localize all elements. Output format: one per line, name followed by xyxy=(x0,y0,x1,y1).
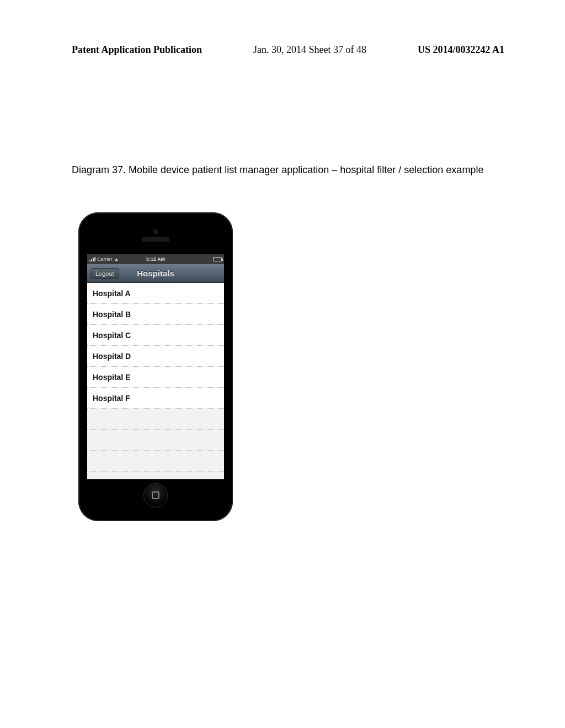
header-patent-number: US 2014/0032242 A1 xyxy=(418,44,504,56)
patent-page: Patent Application Publication Jan. 30, … xyxy=(0,0,565,521)
list-item[interactable]: Hospital B xyxy=(87,304,224,325)
hospital-name: Hospital A xyxy=(93,289,131,298)
hospital-name: Hospital B xyxy=(93,310,131,319)
hospital-name: Hospital C xyxy=(93,331,131,340)
hospital-name: Hospital D xyxy=(93,352,131,361)
figure-caption: Diagram 37. Mobile device patient list m… xyxy=(72,160,491,179)
logout-button[interactable]: Logout xyxy=(90,268,119,279)
home-button-area xyxy=(84,479,227,511)
status-time: 5:12 AM xyxy=(87,256,224,262)
home-button[interactable] xyxy=(143,483,168,507)
hospital-name: Hospital E xyxy=(93,373,130,382)
list-item[interactable]: Hospital F xyxy=(87,388,224,409)
status-bar: Carrier ▲ 5:12 AM xyxy=(87,254,224,264)
phone-top-hardware xyxy=(84,218,227,253)
phone-screen: Carrier ▲ 5:12 AM Logout Hospitals Hospi… xyxy=(87,254,224,479)
list-item-empty xyxy=(87,430,224,451)
page-header: Patent Application Publication Jan. 30, … xyxy=(72,44,504,56)
speaker-icon xyxy=(142,237,169,242)
home-square-icon xyxy=(152,491,159,499)
hospital-name: Hospital F xyxy=(93,394,130,403)
camera-icon xyxy=(153,229,158,234)
phone-frame: Carrier ▲ 5:12 AM Logout Hospitals Hospi… xyxy=(78,212,233,521)
list-item[interactable]: Hospital E xyxy=(87,367,224,388)
header-date-sheet: Jan. 30, 2014 Sheet 37 of 48 xyxy=(253,44,366,56)
list-item[interactable]: Hospital C xyxy=(87,325,224,346)
nav-bar: Logout Hospitals xyxy=(87,264,224,283)
list-item-empty xyxy=(87,451,224,472)
phone-body: Carrier ▲ 5:12 AM Logout Hospitals Hospi… xyxy=(84,218,227,516)
list-item-empty xyxy=(87,409,224,430)
hospital-list[interactable]: Hospital A Hospital B Hospital C Hospita… xyxy=(87,283,224,479)
list-item[interactable]: Hospital D xyxy=(87,346,224,367)
battery-icon xyxy=(213,257,222,261)
header-publication: Patent Application Publication xyxy=(72,44,202,56)
list-item[interactable]: Hospital A xyxy=(87,283,224,304)
